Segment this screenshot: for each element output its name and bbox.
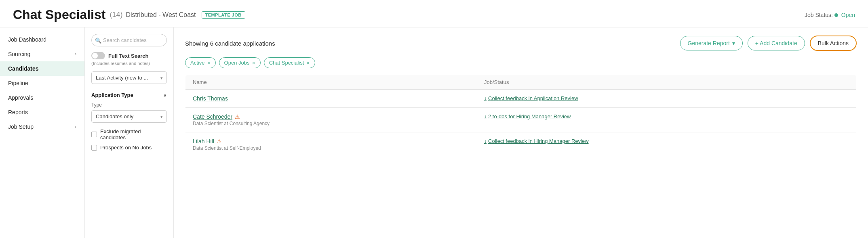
warning-icon: ⚠ [235, 113, 240, 120]
filter-chips: Active × Open Jobs × Chat Specialist × [185, 57, 857, 68]
candidate-name-cell: Lilah Hill ⚠ Data Scientist at Self-Empl… [185, 132, 477, 157]
job-status-link[interactable]: ↓ Collect feedback in Application Review [484, 95, 849, 101]
sidebar-item-approvals[interactable]: Approvals [0, 90, 84, 105]
section-chevron-icon[interactable]: ∧ [163, 92, 167, 98]
filter-panel: 🔍 Full Text Search (Includes resumes and… [85, 27, 174, 238]
full-text-search-sub: (Includes resumes and notes) [91, 61, 167, 66]
down-arrow-icon: ↓ [484, 96, 487, 101]
exclude-migrated-row[interactable]: Exclude migrated candidates [91, 128, 167, 140]
table-row: Cate Schroeder ⚠ Data Scientist at Consu… [185, 108, 857, 132]
status-label: Job Status: [805, 12, 833, 18]
status-dot-icon [834, 13, 838, 17]
search-input[interactable] [91, 34, 167, 46]
sort-select-wrap: Last Activity (new to ... Last Activity … [91, 71, 167, 84]
sidebar-item-reports[interactable]: Reports [0, 105, 84, 119]
chip-active-remove[interactable]: × [207, 60, 210, 66]
add-candidate-label: + Add Candidate [755, 40, 797, 46]
type-select[interactable]: Candidates only All Prospects only [91, 110, 167, 123]
page-title: Chat Specialist [13, 7, 105, 22]
exclude-migrated-label: Exclude migrated candidates [100, 128, 167, 140]
candidate-name-cell: Cate Schroeder ⚠ Data Scientist at Consu… [185, 108, 477, 132]
sidebar-item-sourcing[interactable]: Sourcing › [0, 47, 84, 61]
sidebar-item-candidates[interactable]: Candidates [0, 61, 84, 76]
col-name: Name [185, 75, 477, 90]
job-status-cell: ↓ 2 to-dos for Hiring Manager Review [477, 108, 856, 132]
application-type-title: Application Type [91, 92, 133, 98]
prospects-no-jobs-row[interactable]: Prospects on No Jobs [91, 145, 167, 151]
down-arrow-icon: ↓ [484, 114, 487, 119]
name-row: Lilah Hill ⚠ [193, 138, 470, 145]
showing-text: Showing 6 candidate applications [185, 40, 275, 47]
job-location: Distributed - West Coast [126, 11, 196, 19]
bulk-actions-label: Bulk Actions [818, 40, 849, 46]
job-status-cell: ↓ Collect feedback in Hiring Manager Rev… [477, 132, 856, 157]
chip-open-jobs-label: Open Jobs [224, 60, 250, 66]
status-value: Open [841, 12, 855, 18]
table-row: Lilah Hill ⚠ Data Scientist at Self-Empl… [185, 132, 857, 157]
generate-report-button[interactable]: Generate Report ▾ [680, 36, 743, 50]
application-type-header: Application Type ∧ [91, 92, 167, 98]
type-label: Type [91, 102, 167, 108]
full-text-toggle-row: Full Text Search [91, 52, 167, 59]
search-icon: 🔍 [95, 37, 101, 43]
main-layout: Job Dashboard Sourcing › Candidates Pipe… [0, 27, 868, 238]
sidebar: Job Dashboard Sourcing › Candidates Pipe… [0, 27, 85, 238]
chip-open-jobs-remove[interactable]: × [252, 60, 255, 66]
col-job-status: Job/Status [477, 75, 856, 90]
bulk-actions-button[interactable]: Bulk Actions [810, 36, 857, 51]
top-bar: Showing 6 candidate applications Generat… [185, 36, 857, 51]
candidate-name[interactable]: Lilah Hill [193, 138, 214, 145]
prospects-no-jobs-label: Prospects on No Jobs [100, 145, 152, 151]
chip-chat-specialist-label: Chat Specialist [269, 60, 304, 66]
dropdown-chevron-icon: ▾ [732, 40, 735, 46]
page-header: Chat Specialist (14) Distributed - West … [0, 0, 868, 27]
job-status-link[interactable]: ↓ 2 to-dos for Hiring Manager Review [484, 113, 849, 119]
chevron-right-icon: › [75, 51, 76, 57]
candidate-name[interactable]: Cate Schroeder [193, 113, 232, 120]
full-text-search-label: Full Text Search [108, 53, 148, 59]
search-wrap: 🔍 [91, 34, 167, 46]
sort-select[interactable]: Last Activity (new to ... Last Activity … [91, 71, 167, 84]
template-badge: TEMPLATE JOB [202, 11, 245, 19]
job-status-link[interactable]: ↓ Collect feedback in Hiring Manager Rev… [484, 138, 849, 144]
chevron-right-icon: › [75, 124, 76, 130]
sidebar-item-job-dashboard[interactable]: Job Dashboard [0, 32, 84, 47]
type-select-wrap: Candidates only All Prospects only ▾ [91, 110, 167, 123]
candidate-name[interactable]: Chris Thomas [193, 95, 228, 102]
name-row: Cate Schroeder ⚠ [193, 113, 470, 120]
chip-chat-specialist-remove[interactable]: × [306, 60, 310, 66]
candidate-sub: Data Scientist at Self-Employed [193, 145, 470, 151]
name-row: Chris Thomas [193, 95, 470, 102]
chip-active: Active × [185, 57, 216, 68]
candidate-sub: Data Scientist at Consulting Agency [193, 121, 470, 126]
job-status: Job Status: Open [805, 12, 855, 18]
table-row: Chris Thomas ↓ Collect feedback in Appli… [185, 90, 857, 108]
chip-open-jobs: Open Jobs × [219, 57, 261, 68]
top-actions: Generate Report ▾ + Add Candidate Bulk A… [680, 36, 857, 51]
prospects-no-jobs-checkbox[interactable] [91, 145, 97, 151]
down-arrow-icon: ↓ [484, 138, 487, 144]
sidebar-item-pipeline[interactable]: Pipeline [0, 76, 84, 90]
sidebar-item-job-setup[interactable]: Job Setup › [0, 119, 84, 134]
add-candidate-button[interactable]: + Add Candidate [748, 36, 805, 50]
candidate-count: (14) [110, 10, 122, 19]
candidate-name-cell: Chris Thomas [185, 90, 477, 108]
candidate-table: Name Job/Status Chris Thomas ↓ Coll [185, 75, 857, 157]
chip-active-label: Active [190, 60, 204, 66]
exclude-migrated-checkbox[interactable] [91, 132, 97, 137]
job-status-cell: ↓ Collect feedback in Application Review [477, 90, 856, 108]
generate-report-label: Generate Report [688, 40, 730, 46]
toggle-knob [92, 53, 98, 59]
chip-chat-specialist: Chat Specialist × [264, 57, 315, 68]
main-content: Showing 6 candidate applications Generat… [174, 27, 868, 238]
full-text-search-toggle[interactable] [91, 52, 105, 59]
warning-icon: ⚠ [217, 138, 222, 145]
